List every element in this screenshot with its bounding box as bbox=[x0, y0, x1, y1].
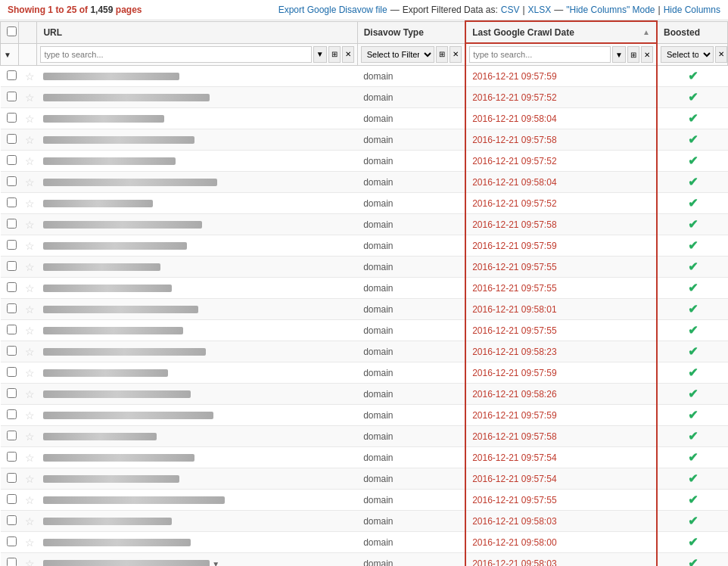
row-checkbox[interactable] bbox=[7, 240, 17, 250]
row-checkbox[interactable] bbox=[7, 282, 17, 292]
row-checkbox[interactable] bbox=[7, 176, 17, 186]
url-text[interactable] bbox=[43, 539, 191, 546]
url-filter-clear-btn[interactable]: ✕ bbox=[342, 46, 354, 63]
url-text[interactable] bbox=[43, 496, 225, 504]
star-icon[interactable]: ☆ bbox=[25, 261, 35, 273]
export-csv-link[interactable]: CSV bbox=[501, 5, 520, 15]
url-text[interactable] bbox=[43, 242, 187, 250]
star-icon[interactable]: ☆ bbox=[25, 558, 35, 567]
row-checkbox[interactable] bbox=[7, 155, 17, 165]
filter-dropdown-icon[interactable]: ▼ bbox=[4, 51, 11, 59]
row-checkbox[interactable] bbox=[7, 473, 17, 483]
hide-columns-mode-link[interactable]: "Hide Columns" Mode bbox=[566, 5, 655, 15]
star-icon[interactable]: ☆ bbox=[25, 536, 35, 549]
url-text[interactable] bbox=[43, 390, 191, 398]
url-text[interactable] bbox=[43, 412, 213, 419]
crawl-search-input[interactable] bbox=[469, 46, 611, 63]
url-text[interactable] bbox=[43, 221, 202, 229]
hide-columns-link[interactable]: Hide Columns bbox=[664, 5, 720, 15]
star-icon[interactable]: ☆ bbox=[25, 282, 35, 294]
row-checkbox[interactable] bbox=[7, 431, 17, 440]
crawl-filter-icon-btn[interactable]: ⊞ bbox=[627, 46, 639, 63]
star-icon[interactable]: ☆ bbox=[25, 219, 35, 231]
url-text[interactable] bbox=[43, 560, 210, 566]
url-text[interactable] bbox=[43, 73, 179, 80]
star-icon[interactable]: ☆ bbox=[25, 409, 35, 421]
row-checkbox[interactable] bbox=[7, 515, 17, 525]
boosted-filter-select[interactable]: Select to bbox=[661, 46, 714, 63]
star-icon[interactable]: ☆ bbox=[25, 240, 35, 252]
star-icon[interactable]: ☆ bbox=[25, 197, 35, 210]
row-checkbox[interactable] bbox=[7, 92, 17, 101]
url-text[interactable] bbox=[43, 475, 179, 483]
url-dropdown-arrow[interactable]: ▼ bbox=[212, 560, 219, 567]
star-icon[interactable]: ☆ bbox=[25, 113, 35, 125]
crawl-filter-clear-btn[interactable]: ✕ bbox=[641, 46, 653, 63]
table-row: ☆domain2016-12-21 09:58:03✔ bbox=[1, 511, 728, 532]
disavow-filter-clear-btn[interactable]: ✕ bbox=[450, 46, 462, 63]
url-text[interactable] bbox=[43, 433, 157, 440]
url-text[interactable] bbox=[43, 327, 183, 334]
row-disavow-cell: domain bbox=[357, 362, 465, 384]
star-icon[interactable]: ☆ bbox=[25, 134, 35, 146]
row-checkbox[interactable] bbox=[7, 134, 17, 144]
boosted-filter-clear-btn[interactable]: ✕ bbox=[715, 46, 727, 63]
row-checkbox[interactable] bbox=[7, 261, 17, 271]
star-icon[interactable]: ☆ bbox=[25, 515, 35, 527]
url-text[interactable] bbox=[43, 285, 172, 292]
row-checkbox-cell bbox=[1, 320, 19, 341]
star-icon[interactable]: ☆ bbox=[25, 155, 35, 167]
row-checkbox[interactable] bbox=[7, 367, 17, 377]
star-icon[interactable]: ☆ bbox=[25, 70, 35, 82]
url-text[interactable] bbox=[43, 369, 168, 377]
url-text[interactable] bbox=[43, 348, 206, 356]
row-checkbox[interactable] bbox=[7, 325, 17, 334]
star-icon[interactable]: ☆ bbox=[25, 92, 35, 104]
row-checkbox[interactable] bbox=[7, 452, 17, 462]
star-icon[interactable]: ☆ bbox=[25, 494, 35, 506]
url-text[interactable] bbox=[43, 179, 217, 186]
row-star-cell: ☆ bbox=[19, 426, 37, 447]
row-checkbox[interactable] bbox=[7, 388, 17, 398]
star-icon[interactable]: ☆ bbox=[25, 388, 35, 400]
disavow-filter-icon-btn[interactable]: ⊞ bbox=[436, 46, 448, 63]
url-text[interactable] bbox=[43, 200, 153, 207]
row-checkbox[interactable] bbox=[7, 113, 17, 123]
select-all-checkbox[interactable] bbox=[7, 26, 17, 36]
row-checkbox[interactable] bbox=[7, 219, 17, 229]
url-filter-icon-btn[interactable]: ⊞ bbox=[328, 46, 341, 63]
row-checkbox[interactable] bbox=[7, 197, 17, 207]
star-icon[interactable]: ☆ bbox=[25, 367, 35, 379]
row-checkbox[interactable] bbox=[7, 303, 17, 313]
row-checkbox[interactable] bbox=[7, 70, 17, 80]
url-text[interactable] bbox=[43, 136, 194, 144]
star-icon[interactable]: ☆ bbox=[25, 346, 35, 358]
row-checkbox[interactable] bbox=[7, 536, 17, 546]
export-disavow-link[interactable]: Export Google Disavow file bbox=[278, 5, 387, 15]
url-filter-apply-btn[interactable]: ▼ bbox=[313, 46, 327, 63]
url-text[interactable] bbox=[43, 263, 160, 271]
url-text[interactable] bbox=[43, 157, 176, 165]
row-checkbox[interactable] bbox=[7, 346, 17, 356]
star-icon[interactable]: ☆ bbox=[25, 473, 35, 485]
star-icon[interactable]: ☆ bbox=[25, 431, 35, 443]
row-checkbox[interactable] bbox=[7, 558, 17, 567]
url-text[interactable] bbox=[43, 115, 164, 123]
star-icon[interactable]: ☆ bbox=[25, 452, 35, 464]
table-row: ☆domain2016-12-21 09:57:54✔ bbox=[1, 468, 728, 490]
url-text[interactable] bbox=[43, 94, 210, 101]
boosted-check-icon: ✔ bbox=[688, 493, 698, 506]
crawl-filter-apply-btn[interactable]: ▼ bbox=[612, 46, 626, 63]
row-checkbox[interactable] bbox=[7, 409, 17, 419]
url-text[interactable] bbox=[43, 306, 198, 313]
row-checkbox[interactable] bbox=[7, 494, 17, 504]
url-search-input[interactable] bbox=[40, 46, 311, 63]
url-text[interactable] bbox=[43, 518, 172, 525]
star-icon[interactable]: ☆ bbox=[25, 303, 35, 316]
disavow-filter-select[interactable]: Select to Filter... bbox=[361, 46, 434, 63]
url-text[interactable] bbox=[43, 454, 194, 462]
export-xlsx-link[interactable]: XLSX bbox=[528, 5, 552, 15]
star-icon[interactable]: ☆ bbox=[25, 176, 35, 188]
boosted-check-icon: ✔ bbox=[688, 176, 698, 188]
star-icon[interactable]: ☆ bbox=[25, 325, 35, 337]
